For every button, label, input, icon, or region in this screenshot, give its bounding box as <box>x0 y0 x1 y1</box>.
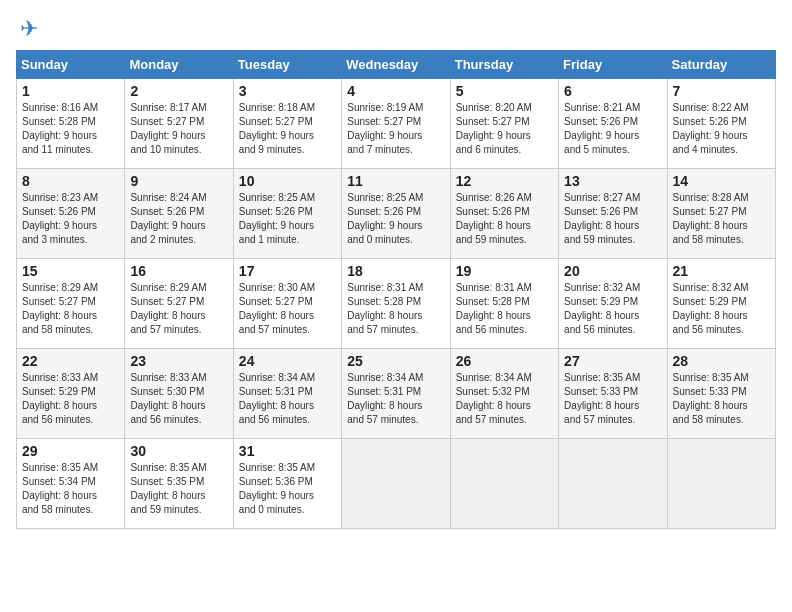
cell-info: Sunrise: 8:29 AMSunset: 5:27 PMDaylight:… <box>130 282 206 335</box>
day-number: 31 <box>239 443 336 459</box>
day-number: 7 <box>673 83 770 99</box>
day-number: 17 <box>239 263 336 279</box>
calendar-table: Sunday Monday Tuesday Wednesday Thursday… <box>16 50 776 529</box>
day-number: 1 <box>22 83 119 99</box>
cell-info: Sunrise: 8:21 AMSunset: 5:26 PMDaylight:… <box>564 102 640 155</box>
calendar-cell <box>667 439 775 529</box>
calendar-cell: 11 Sunrise: 8:25 AMSunset: 5:26 PMDaylig… <box>342 169 450 259</box>
calendar-cell: 25 Sunrise: 8:34 AMSunset: 5:31 PMDaylig… <box>342 349 450 439</box>
logo-bird-icon: ✈ <box>20 16 38 42</box>
col-tuesday: Tuesday <box>233 51 341 79</box>
day-number: 2 <box>130 83 227 99</box>
col-wednesday: Wednesday <box>342 51 450 79</box>
day-number: 23 <box>130 353 227 369</box>
calendar-week-4: 29 Sunrise: 8:35 AMSunset: 5:34 PMDaylig… <box>17 439 776 529</box>
calendar-cell <box>559 439 667 529</box>
cell-info: Sunrise: 8:33 AMSunset: 5:30 PMDaylight:… <box>130 372 206 425</box>
cell-info: Sunrise: 8:35 AMSunset: 5:33 PMDaylight:… <box>673 372 749 425</box>
calendar-cell: 5 Sunrise: 8:20 AMSunset: 5:27 PMDayligh… <box>450 79 558 169</box>
calendar-cell: 2 Sunrise: 8:17 AMSunset: 5:27 PMDayligh… <box>125 79 233 169</box>
calendar-cell: 1 Sunrise: 8:16 AMSunset: 5:28 PMDayligh… <box>17 79 125 169</box>
calendar-cell: 21 Sunrise: 8:32 AMSunset: 5:29 PMDaylig… <box>667 259 775 349</box>
day-number: 6 <box>564 83 661 99</box>
calendar-cell: 28 Sunrise: 8:35 AMSunset: 5:33 PMDaylig… <box>667 349 775 439</box>
calendar-cell: 4 Sunrise: 8:19 AMSunset: 5:27 PMDayligh… <box>342 79 450 169</box>
cell-info: Sunrise: 8:32 AMSunset: 5:29 PMDaylight:… <box>673 282 749 335</box>
cell-info: Sunrise: 8:33 AMSunset: 5:29 PMDaylight:… <box>22 372 98 425</box>
calendar-cell: 23 Sunrise: 8:33 AMSunset: 5:30 PMDaylig… <box>125 349 233 439</box>
cell-info: Sunrise: 8:27 AMSunset: 5:26 PMDaylight:… <box>564 192 640 245</box>
cell-info: Sunrise: 8:35 AMSunset: 5:35 PMDaylight:… <box>130 462 206 515</box>
day-number: 3 <box>239 83 336 99</box>
col-thursday: Thursday <box>450 51 558 79</box>
day-number: 25 <box>347 353 444 369</box>
cell-info: Sunrise: 8:31 AMSunset: 5:28 PMDaylight:… <box>456 282 532 335</box>
cell-info: Sunrise: 8:24 AMSunset: 5:26 PMDaylight:… <box>130 192 206 245</box>
calendar-week-1: 8 Sunrise: 8:23 AMSunset: 5:26 PMDayligh… <box>17 169 776 259</box>
cell-info: Sunrise: 8:34 AMSunset: 5:31 PMDaylight:… <box>347 372 423 425</box>
day-number: 10 <box>239 173 336 189</box>
day-number: 20 <box>564 263 661 279</box>
cell-info: Sunrise: 8:26 AMSunset: 5:26 PMDaylight:… <box>456 192 532 245</box>
calendar-cell <box>342 439 450 529</box>
cell-info: Sunrise: 8:35 AMSunset: 5:34 PMDaylight:… <box>22 462 98 515</box>
cell-info: Sunrise: 8:34 AMSunset: 5:31 PMDaylight:… <box>239 372 315 425</box>
day-number: 8 <box>22 173 119 189</box>
calendar-cell: 18 Sunrise: 8:31 AMSunset: 5:28 PMDaylig… <box>342 259 450 349</box>
cell-info: Sunrise: 8:31 AMSunset: 5:28 PMDaylight:… <box>347 282 423 335</box>
day-number: 14 <box>673 173 770 189</box>
cell-info: Sunrise: 8:28 AMSunset: 5:27 PMDaylight:… <box>673 192 749 245</box>
calendar-cell: 30 Sunrise: 8:35 AMSunset: 5:35 PMDaylig… <box>125 439 233 529</box>
calendar-cell: 14 Sunrise: 8:28 AMSunset: 5:27 PMDaylig… <box>667 169 775 259</box>
day-number: 22 <box>22 353 119 369</box>
day-number: 29 <box>22 443 119 459</box>
day-number: 18 <box>347 263 444 279</box>
calendar-week-3: 22 Sunrise: 8:33 AMSunset: 5:29 PMDaylig… <box>17 349 776 439</box>
calendar-cell: 7 Sunrise: 8:22 AMSunset: 5:26 PMDayligh… <box>667 79 775 169</box>
calendar-cell: 20 Sunrise: 8:32 AMSunset: 5:29 PMDaylig… <box>559 259 667 349</box>
day-number: 11 <box>347 173 444 189</box>
cell-info: Sunrise: 8:35 AMSunset: 5:36 PMDaylight:… <box>239 462 315 515</box>
cell-info: Sunrise: 8:34 AMSunset: 5:32 PMDaylight:… <box>456 372 532 425</box>
day-number: 5 <box>456 83 553 99</box>
day-number: 13 <box>564 173 661 189</box>
calendar-cell: 3 Sunrise: 8:18 AMSunset: 5:27 PMDayligh… <box>233 79 341 169</box>
calendar-cell: 8 Sunrise: 8:23 AMSunset: 5:26 PMDayligh… <box>17 169 125 259</box>
day-number: 9 <box>130 173 227 189</box>
day-number: 24 <box>239 353 336 369</box>
calendar-cell: 9 Sunrise: 8:24 AMSunset: 5:26 PMDayligh… <box>125 169 233 259</box>
calendar-week-0: 1 Sunrise: 8:16 AMSunset: 5:28 PMDayligh… <box>17 79 776 169</box>
col-friday: Friday <box>559 51 667 79</box>
cell-info: Sunrise: 8:22 AMSunset: 5:26 PMDaylight:… <box>673 102 749 155</box>
calendar-cell: 6 Sunrise: 8:21 AMSunset: 5:26 PMDayligh… <box>559 79 667 169</box>
calendar-cell: 26 Sunrise: 8:34 AMSunset: 5:32 PMDaylig… <box>450 349 558 439</box>
cell-info: Sunrise: 8:29 AMSunset: 5:27 PMDaylight:… <box>22 282 98 335</box>
cell-info: Sunrise: 8:20 AMSunset: 5:27 PMDaylight:… <box>456 102 532 155</box>
day-number: 28 <box>673 353 770 369</box>
cell-info: Sunrise: 8:25 AMSunset: 5:26 PMDaylight:… <box>239 192 315 245</box>
calendar-cell: 10 Sunrise: 8:25 AMSunset: 5:26 PMDaylig… <box>233 169 341 259</box>
cell-info: Sunrise: 8:32 AMSunset: 5:29 PMDaylight:… <box>564 282 640 335</box>
day-number: 16 <box>130 263 227 279</box>
calendar-cell: 15 Sunrise: 8:29 AMSunset: 5:27 PMDaylig… <box>17 259 125 349</box>
day-number: 12 <box>456 173 553 189</box>
header: ✈ <box>16 16 776 42</box>
cell-info: Sunrise: 8:35 AMSunset: 5:33 PMDaylight:… <box>564 372 640 425</box>
cell-info: Sunrise: 8:30 AMSunset: 5:27 PMDaylight:… <box>239 282 315 335</box>
day-number: 21 <box>673 263 770 279</box>
col-monday: Monday <box>125 51 233 79</box>
calendar-week-2: 15 Sunrise: 8:29 AMSunset: 5:27 PMDaylig… <box>17 259 776 349</box>
cell-info: Sunrise: 8:23 AMSunset: 5:26 PMDaylight:… <box>22 192 98 245</box>
calendar-cell: 17 Sunrise: 8:30 AMSunset: 5:27 PMDaylig… <box>233 259 341 349</box>
calendar-cell <box>450 439 558 529</box>
cell-info: Sunrise: 8:25 AMSunset: 5:26 PMDaylight:… <box>347 192 423 245</box>
cell-info: Sunrise: 8:18 AMSunset: 5:27 PMDaylight:… <box>239 102 315 155</box>
calendar-cell: 24 Sunrise: 8:34 AMSunset: 5:31 PMDaylig… <box>233 349 341 439</box>
day-number: 27 <box>564 353 661 369</box>
cell-info: Sunrise: 8:16 AMSunset: 5:28 PMDaylight:… <box>22 102 98 155</box>
col-sunday: Sunday <box>17 51 125 79</box>
day-number: 15 <box>22 263 119 279</box>
day-number: 19 <box>456 263 553 279</box>
day-number: 26 <box>456 353 553 369</box>
calendar-cell: 27 Sunrise: 8:35 AMSunset: 5:33 PMDaylig… <box>559 349 667 439</box>
